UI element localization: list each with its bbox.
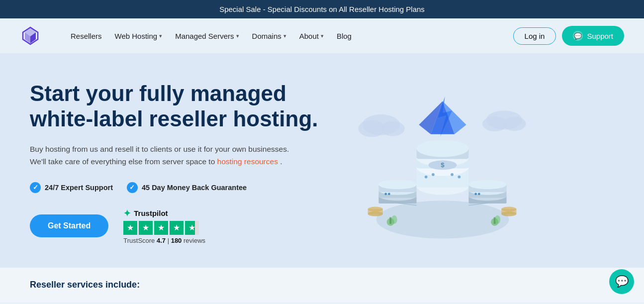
- svg-point-32: [458, 176, 460, 179]
- svg-point-5: [503, 117, 526, 131]
- nav-item-managed-servers[interactable]: Managed Servers ▾: [170, 28, 244, 44]
- nav-item-about[interactable]: About ▾: [294, 28, 329, 44]
- check-icon: ✓: [30, 182, 41, 193]
- svg-point-50: [474, 193, 477, 195]
- hero-image: $: [338, 78, 547, 247]
- svg-point-13: [468, 180, 506, 189]
- nav-item-web-hosting[interactable]: Web Hosting ▾: [110, 28, 168, 44]
- trustpilot-block: ✦ Trustpilot ★ ★ ★ ★ ★ TrustScore 4.7 | …: [123, 208, 205, 244]
- svg-point-38: [391, 215, 397, 224]
- trustpilot-stars: ★ ★ ★ ★ ★: [123, 221, 205, 235]
- svg-point-26: [417, 140, 469, 157]
- nav-item-domains[interactable]: Domains ▾: [247, 28, 291, 44]
- hero-title: Start your fully managedwhite-label rese…: [30, 81, 338, 131]
- chevron-down-icon: ▾: [236, 33, 239, 39]
- svg-point-53: [388, 193, 390, 195]
- chevron-down-icon: ▾: [283, 33, 286, 39]
- svg-rect-37: [389, 217, 391, 224]
- svg-point-2: [381, 121, 405, 136]
- svg-point-31: [451, 173, 454, 176]
- star-2: ★: [139, 221, 153, 235]
- svg-point-30: [432, 173, 435, 176]
- reseller-section: Reseller services include:: [0, 267, 644, 302]
- banner-text: Special Sale - Special Discounts on All …: [219, 5, 425, 13]
- star-3: ★: [154, 221, 168, 235]
- trustpilot-star-icon: ✦: [123, 208, 131, 219]
- nav-actions: Log in 💬 Support: [513, 26, 624, 46]
- hero-bottom: Get Started ✦ Trustpilot ★ ★ ★ ★ ★ Trust…: [30, 208, 338, 244]
- trustpilot-logo: ✦ Trustpilot: [123, 208, 205, 219]
- svg-point-19: [378, 180, 416, 189]
- chat-icon: 💬: [615, 275, 629, 288]
- top-banner: Special Sale - Special Discounts on All …: [0, 0, 644, 18]
- star-4: ★: [170, 221, 184, 235]
- star-1: ★: [123, 221, 137, 235]
- hosting-resources-link[interactable]: hosting resources: [217, 157, 278, 166]
- trustpilot-score: TrustScore 4.7 | 180 reviews: [123, 237, 205, 244]
- hero-section: Start your fully managedwhite-label rese…: [0, 53, 644, 267]
- badge-expert-support: ✓ 24/7 Expert Support: [30, 182, 113, 193]
- star-5-half: ★: [185, 221, 199, 235]
- logo[interactable]: [20, 25, 41, 46]
- svg-point-44: [501, 207, 516, 212]
- check-icon: ✓: [127, 182, 138, 193]
- support-button[interactable]: 💬 Support: [562, 26, 624, 46]
- support-icon: 💬: [573, 31, 583, 41]
- reseller-title: Reseller services include:: [30, 280, 614, 290]
- chevron-down-icon: ▾: [321, 33, 324, 39]
- svg-point-51: [478, 193, 480, 195]
- chevron-down-icon: ▾: [159, 33, 162, 39]
- hero-badges: ✓ 24/7 Expert Support ✓ 45 Day Money Bac…: [30, 182, 338, 193]
- badge-money-back: ✓ 45 Day Money Back Guarantee: [127, 182, 247, 193]
- hero-description: Buy hosting from us and resell it to cli…: [30, 143, 298, 168]
- nav-links: Resellers Web Hosting ▾ Managed Servers …: [66, 28, 498, 44]
- svg-point-1: [358, 120, 384, 137]
- svg-point-47: [368, 207, 383, 212]
- navbar: Resellers Web Hosting ▾ Managed Servers …: [0, 18, 644, 53]
- svg-point-35: [495, 215, 500, 224]
- chat-bubble-button[interactable]: 💬: [609, 269, 634, 294]
- svg-point-52: [384, 193, 387, 195]
- nav-item-resellers[interactable]: Resellers: [66, 28, 107, 44]
- get-started-button[interactable]: Get Started: [30, 214, 108, 237]
- login-button[interactable]: Log in: [513, 27, 556, 45]
- svg-text:$: $: [441, 161, 445, 169]
- hero-content: Start your fully managedwhite-label rese…: [30, 81, 338, 244]
- svg-point-29: [425, 176, 428, 179]
- server-illustration: $: [343, 78, 542, 247]
- nav-item-blog[interactable]: Blog: [332, 28, 357, 44]
